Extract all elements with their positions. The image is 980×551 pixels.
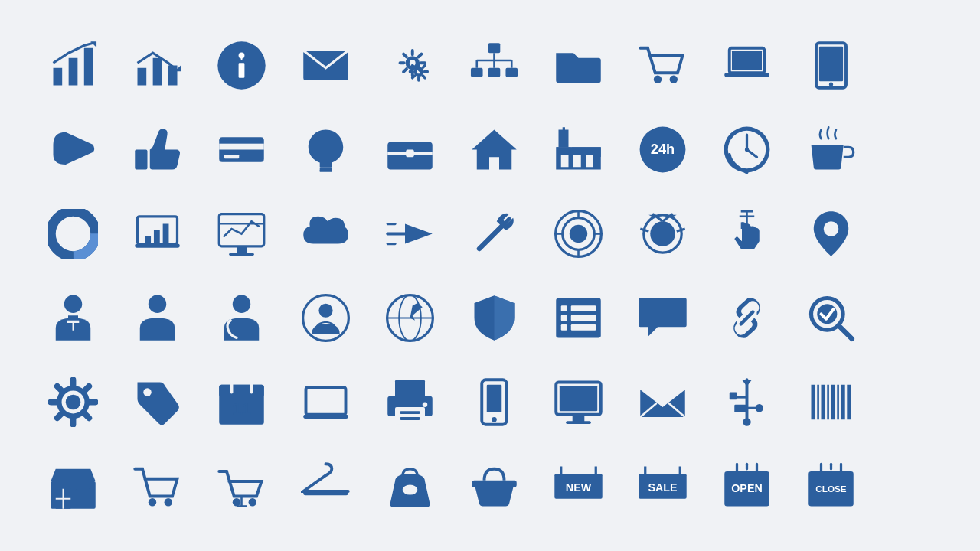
svg-point-130: [492, 417, 497, 422]
svg-rect-104: [570, 305, 596, 311]
usb-icon[interactable]: [704, 360, 789, 444]
svg-rect-134: [572, 414, 584, 422]
sale-tag-icon[interactable]: SALE: [620, 444, 704, 528]
svg-rect-63: [219, 214, 264, 246]
close-sign-icon[interactable]: CLOSE: [789, 444, 873, 528]
svg-rect-140: [734, 404, 746, 412]
svg-marker-68: [405, 223, 433, 243]
svg-text:11: 11: [231, 398, 251, 418]
spacer: [873, 444, 957, 528]
svg-point-11: [238, 52, 244, 58]
svg-line-85: [676, 229, 684, 231]
send-email-icon[interactable]: [368, 191, 452, 276]
gear-icon[interactable]: [31, 360, 115, 444]
tools-icon[interactable]: [452, 191, 536, 276]
link-icon[interactable]: [704, 276, 789, 360]
svg-text:24h: 24h: [650, 141, 674, 156]
barcode-icon[interactable]: [789, 360, 873, 444]
globe-plane-icon[interactable]: [368, 276, 452, 360]
thumbs-up-icon[interactable]: [115, 107, 199, 191]
settings-icon[interactable]: [368, 23, 452, 107]
svg-rect-125: [395, 407, 425, 425]
credit-card-icon[interactable]: [199, 107, 283, 191]
bulb-icon[interactable]: [283, 107, 368, 191]
svg-point-128: [422, 402, 427, 407]
store-icon[interactable]: [31, 444, 115, 528]
svg-rect-122: [303, 414, 348, 418]
chart-up-icon[interactable]: [31, 23, 115, 107]
svg-rect-103: [560, 305, 567, 311]
svg-rect-107: [560, 324, 567, 330]
person-icon[interactable]: [115, 276, 199, 360]
donut-chart-icon[interactable]: [31, 191, 115, 276]
tablet-icon[interactable]: [789, 23, 873, 107]
search-check-icon[interactable]: [789, 276, 873, 360]
calendar-icon[interactable]: 11: [199, 360, 283, 444]
svg-rect-34: [219, 143, 264, 149]
svg-rect-2: [83, 47, 93, 85]
purse-icon[interactable]: [368, 444, 452, 528]
laptop-icon[interactable]: [704, 23, 789, 107]
svg-line-109: [740, 311, 753, 324]
svg-rect-65: [237, 246, 247, 253]
cart-icon[interactable]: [620, 23, 704, 107]
svg-rect-169: [472, 480, 517, 487]
tap-icon[interactable]: [704, 191, 789, 276]
chat-icon[interactable]: [620, 276, 704, 360]
svg-rect-135: [566, 421, 591, 424]
person-circle-icon[interactable]: [283, 276, 368, 360]
coffee-icon[interactable]: [789, 107, 873, 191]
email-icon[interactable]: [283, 23, 368, 107]
svg-rect-149: [821, 384, 825, 419]
monitor-chart-icon[interactable]: [199, 191, 283, 276]
svg-text:NEW: NEW: [565, 481, 591, 494]
svg-text:SALE: SALE: [648, 481, 677, 494]
briefcase-icon[interactable]: [368, 107, 452, 191]
svg-point-115: [143, 388, 151, 396]
svg-rect-15: [488, 43, 500, 53]
svg-rect-158: [75, 488, 90, 500]
svg-rect-44: [558, 129, 568, 147]
24h-icon[interactable]: 24h: [620, 107, 704, 191]
factory-icon[interactable]: [536, 107, 620, 191]
new-tag-icon[interactable]: NEW: [536, 444, 620, 528]
basket-icon[interactable]: [452, 444, 536, 528]
businessman-icon[interactable]: [31, 276, 115, 360]
svg-rect-28: [724, 73, 769, 77]
tag-icon[interactable]: [115, 360, 199, 444]
hierarchy-icon[interactable]: [452, 23, 536, 107]
cart3-icon[interactable]: [199, 444, 283, 528]
svg-point-53: [744, 147, 748, 151]
cart2-icon[interactable]: [115, 444, 199, 528]
location-icon[interactable]: [789, 191, 873, 276]
mail2-icon[interactable]: [620, 360, 704, 444]
bar-laptop-icon[interactable]: [115, 191, 199, 276]
svg-rect-133: [559, 386, 596, 411]
phone-person-icon[interactable]: [199, 276, 283, 360]
svg-rect-152: [837, 384, 839, 419]
svg-rect-105: [560, 315, 567, 321]
open-sign-icon[interactable]: OPEN: [704, 444, 789, 528]
chart-down-icon[interactable]: [115, 23, 199, 107]
home-icon[interactable]: [452, 107, 536, 191]
shield-icon[interactable]: [452, 276, 536, 360]
list-icon[interactable]: [536, 276, 620, 360]
svg-point-24: [653, 75, 661, 83]
svg-rect-123: [395, 380, 425, 397]
info-icon[interactable]: i: [199, 23, 283, 107]
spacer: [873, 191, 957, 276]
award-icon[interactable]: [620, 191, 704, 276]
clock-icon[interactable]: [704, 107, 789, 191]
monitor-icon[interactable]: [536, 360, 620, 444]
svg-rect-60: [145, 236, 151, 243]
point-icon[interactable]: [31, 107, 115, 191]
printer-icon[interactable]: [368, 360, 452, 444]
target-icon[interactable]: [536, 191, 620, 276]
laptop2-icon[interactable]: [283, 360, 368, 444]
mobile-icon[interactable]: [452, 360, 536, 444]
cloud-icon[interactable]: [283, 191, 368, 276]
hanger-icon[interactable]: [283, 444, 368, 528]
svg-rect-0: [53, 67, 62, 85]
svg-point-96: [232, 295, 250, 312]
folder-icon[interactable]: [536, 23, 620, 107]
